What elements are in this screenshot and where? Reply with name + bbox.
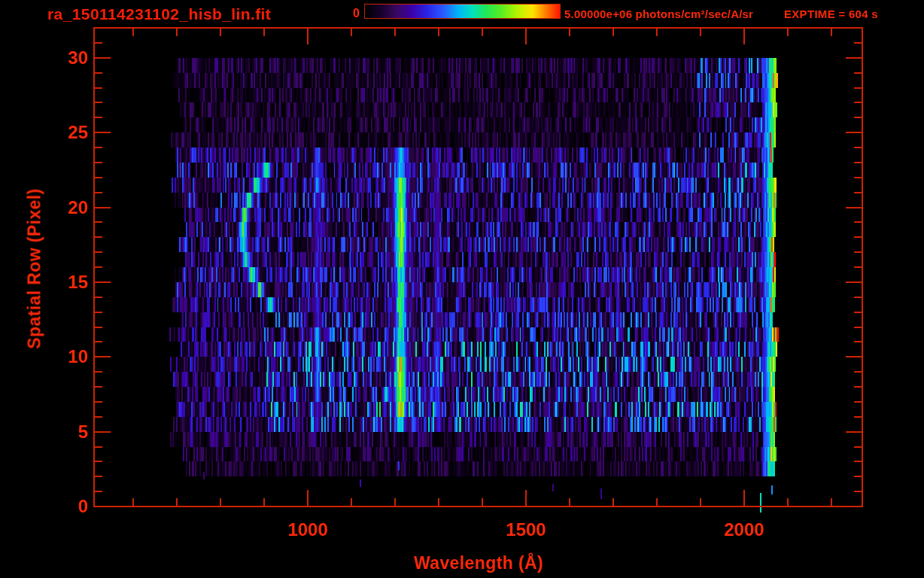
- y-tick-label: 15: [46, 272, 88, 293]
- x-tick-label: 1500: [506, 519, 546, 540]
- colorbar-min-label: 0: [340, 7, 360, 20]
- x-tick-label: 2000: [724, 519, 764, 540]
- colorbar-max-label: 5.00000e+06 photons/cm²/sec/A/sr: [564, 8, 753, 20]
- exptime-label: EXPTIME = 604 s: [784, 8, 878, 20]
- x-axis-title: Wavelength (Å): [414, 553, 543, 573]
- y-tick-label: 25: [46, 122, 88, 143]
- y-tick-label: 0: [46, 496, 88, 517]
- y-tick-label: 20: [46, 197, 88, 218]
- y-tick-label: 10: [46, 346, 88, 367]
- y-tick-label: 5: [46, 421, 88, 443]
- file-title: ra_150114231102_hisb_lin.fit: [47, 5, 271, 23]
- y-tick-label: 30: [46, 47, 88, 68]
- spectral-image-viewer: ra_150114231102_hisb_lin.fit 0 5.00000e+…: [0, 0, 924, 578]
- y-axis-title: Spatial Row (Pixel): [25, 188, 45, 348]
- plot-axes-frame: [0, 0, 924, 578]
- x-tick-label: 1000: [287, 519, 327, 540]
- colorbar: [364, 4, 561, 19]
